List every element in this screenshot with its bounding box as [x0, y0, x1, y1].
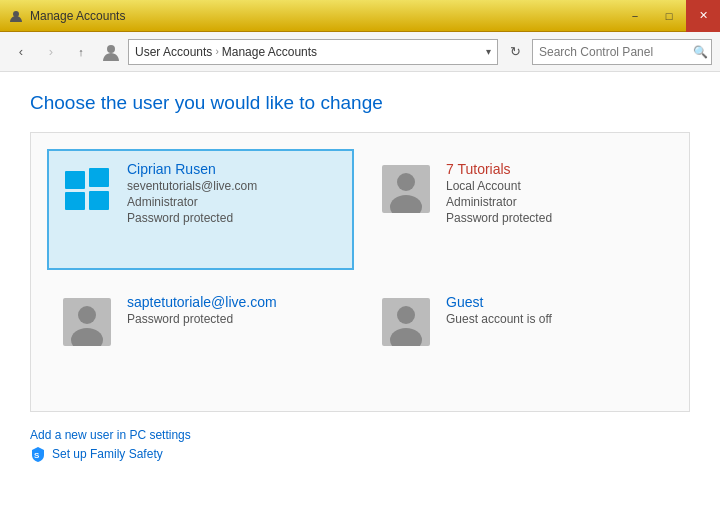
search-icon[interactable]: 🔍 — [693, 45, 708, 59]
app-icon — [8, 8, 24, 24]
account-pwd-saptetutoriale: Password protected — [127, 312, 277, 326]
family-safety-link[interactable]: S Set up Family Safety — [30, 446, 690, 462]
content-area: Choose the user you would like to change… — [0, 72, 720, 518]
account-name-ciprian: Ciprian Rusen — [127, 161, 257, 177]
window-title: Manage Accounts — [30, 9, 125, 23]
account-type-7tutorials: Local Account — [446, 179, 552, 193]
accounts-grid: Ciprian Rusen seventutorials@live.com Ad… — [30, 132, 690, 412]
close-button[interactable]: ✕ — [686, 0, 720, 32]
account-pwd-ciprian: Password protected — [127, 211, 257, 225]
maximize-button[interactable]: □ — [652, 0, 686, 32]
nav-bar: ‹ › ↑ User Accounts › Manage Accounts ▾ … — [0, 32, 720, 72]
svg-point-13 — [397, 306, 415, 324]
account-info-7tutorials: 7 Tutorials Local Account Administrator … — [446, 161, 552, 225]
account-name-saptetutoriale: saptetutoriale@live.com — [127, 294, 277, 310]
breadcrumb-separator-1: › — [215, 46, 218, 57]
account-avatar-ciprian — [59, 161, 115, 217]
title-bar-controls: − □ ✕ — [618, 0, 720, 32]
account-item-saptetutoriale[interactable]: saptetutoriale@live.com Password protect… — [47, 282, 354, 395]
add-user-link[interactable]: Add a new user in PC settings — [30, 428, 690, 442]
svg-rect-3 — [89, 168, 109, 187]
address-bar[interactable]: User Accounts › Manage Accounts ▾ — [128, 39, 498, 65]
account-item-7tutorials[interactable]: 7 Tutorials Local Account Administrator … — [366, 149, 673, 270]
account-name-guest: Guest — [446, 294, 552, 310]
account-status-guest: Guest account is off — [446, 312, 552, 326]
account-avatar-saptetutoriale — [59, 294, 115, 350]
breadcrumb-manage-accounts[interactable]: Manage Accounts — [222, 45, 317, 59]
account-info-guest: Guest Guest account is off — [446, 294, 552, 326]
account-role-ciprian: Administrator — [127, 195, 257, 209]
search-input[interactable] — [539, 45, 689, 59]
account-item-ciprian[interactable]: Ciprian Rusen seventutorials@live.com Ad… — [47, 149, 354, 270]
account-email-ciprian: seventutorials@live.com — [127, 179, 257, 193]
add-user-label: Add a new user in PC settings — [30, 428, 191, 442]
svg-rect-5 — [89, 191, 109, 210]
svg-rect-2 — [65, 171, 85, 189]
svg-point-7 — [397, 173, 415, 191]
svg-text:S: S — [34, 451, 40, 460]
svg-point-1 — [107, 45, 115, 53]
search-box: 🔍 — [532, 39, 712, 65]
shield-icon: S — [30, 446, 46, 462]
breadcrumb-user-accounts[interactable]: User Accounts — [135, 45, 212, 59]
minimize-button[interactable]: − — [618, 0, 652, 32]
windows-logo-icon — [63, 165, 111, 213]
bottom-links: Add a new user in PC settings S Set up F… — [30, 428, 690, 462]
back-button[interactable]: ‹ — [8, 39, 34, 65]
account-info-ciprian: Ciprian Rusen seventutorials@live.com Ad… — [127, 161, 257, 225]
account-name-7tutorials: 7 Tutorials — [446, 161, 552, 177]
account-avatar-7tutorials — [378, 161, 434, 217]
breadcrumb: User Accounts › Manage Accounts — [135, 45, 317, 59]
forward-button[interactable]: › — [38, 39, 64, 65]
account-pwd-7tutorials: Password protected — [446, 211, 552, 225]
address-dropdown-arrow[interactable]: ▾ — [486, 46, 491, 57]
title-bar-left: Manage Accounts — [8, 8, 125, 24]
svg-rect-4 — [65, 192, 85, 210]
user-avatar-icon-guest — [382, 298, 430, 346]
refresh-button[interactable]: ↻ — [502, 39, 528, 65]
page-title: Choose the user you would like to change — [30, 92, 690, 114]
account-role-7tutorials: Administrator — [446, 195, 552, 209]
account-item-guest[interactable]: Guest Guest account is off — [366, 282, 673, 395]
up-button[interactable]: ↑ — [68, 39, 94, 65]
svg-point-10 — [78, 306, 96, 324]
account-info-saptetutoriale: saptetutoriale@live.com Password protect… — [127, 294, 277, 326]
account-avatar-guest — [378, 294, 434, 350]
family-safety-label: Set up Family Safety — [52, 447, 163, 461]
user-avatar-icon-saptetutoriale — [63, 298, 111, 346]
address-icon — [100, 41, 122, 63]
title-bar: Manage Accounts − □ ✕ — [0, 0, 720, 32]
user-avatar-icon-7tutorials — [382, 165, 430, 213]
